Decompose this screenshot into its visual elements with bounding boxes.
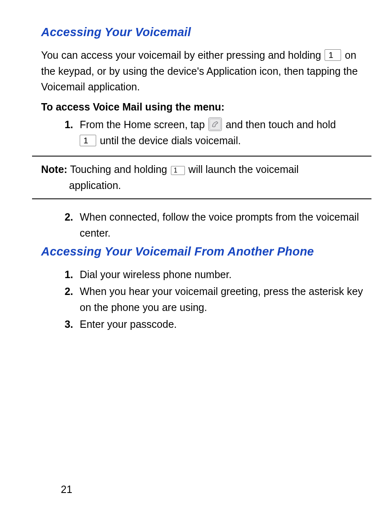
step-number: 1. (57, 267, 73, 283)
keycap-1-icon: 1 (80, 135, 96, 146)
keycap-1-icon: 1 (325, 49, 341, 61)
step1-text-c: until the device dials voicemail. (100, 135, 241, 146)
note-text-a: Touching and holding (70, 164, 170, 175)
page-number: 21 (61, 481, 72, 497)
section-heading-another-phone: Accessing Your Voicemail From Another Ph… (41, 242, 364, 261)
step-item: 3. Enter your passcode. (57, 316, 364, 332)
step-item: 1. From the Home screen, tap and then to… (57, 117, 364, 149)
step1-text-b: and then touch and hold (226, 119, 336, 130)
step-text: Enter your passcode. (80, 318, 177, 330)
subheading-access-menu: To access Voice Mail using the menu: (41, 99, 364, 115)
intro-text-a: You can access your voicemail by either … (41, 49, 324, 61)
step-item: 1. Dial your wireless phone number. (57, 267, 364, 283)
step-item: 2. When you hear your voicemail greeting… (57, 283, 364, 316)
step-number: 3. (57, 316, 73, 332)
step-text: Dial your wireless phone number. (80, 269, 232, 280)
step1-text-a: From the Home screen, tap (80, 119, 208, 130)
step2-text: When connected, follow the voice prompts… (80, 211, 359, 239)
steps-list-1: 1. From the Home screen, tap and then to… (41, 117, 364, 149)
steps-list-1b: 2. When connected, follow the voice prom… (41, 209, 364, 241)
steps-list-2: 1. Dial your wireless phone number. 2. W… (41, 267, 364, 332)
step-number: 2. (57, 209, 73, 225)
step-text: When you hear your voicemail greeting, p… (80, 286, 363, 313)
section-heading-accessing-voicemail: Accessing Your Voicemail (41, 23, 364, 41)
note-text-c: application. (41, 177, 371, 193)
note-text-b: will launch the voicemail (189, 164, 299, 175)
keycap-1-icon: 1 (171, 166, 185, 175)
phone-icon (208, 117, 222, 131)
note-label: Note: (41, 164, 67, 175)
note-content: Note: Touching and holding 1 will launch… (32, 161, 371, 193)
step-number: 1. (57, 117, 73, 133)
intro-paragraph: You can access your voicemail by either … (41, 47, 364, 95)
step-number: 2. (57, 283, 73, 299)
step-item: 2. When connected, follow the voice prom… (57, 209, 364, 241)
note-box: Note: Touching and holding 1 will launch… (32, 156, 371, 199)
manual-page: Accessing Your Voicemail You can access … (0, 0, 392, 532)
